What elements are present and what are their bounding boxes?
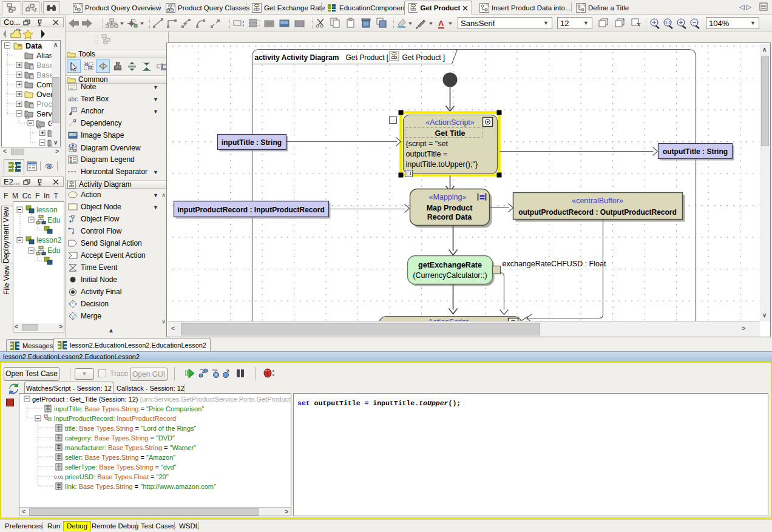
svg-text:link: Base Types.String = "htt: link: Base Types.String = "http://www.am… [65,483,216,490]
svg-text:seller: Base Types.String = "A: seller: Base Types.String = "Amazon" [65,454,175,461]
svg-text:1:1: 1:1 [665,21,671,25]
svg-text:Record Data: Record Data [427,213,473,221]
svg-text:Get Product [: Get Product [ [346,53,389,62]
svg-text:Servi: Servi [36,110,52,118]
svg-text:inputTitle: Base Types.String: inputTitle: Base Types.String = "Price C… [54,405,204,412]
svg-text:0.01: 0.01 [54,474,64,480]
svg-text:Get Product ]: Get Product ] [402,53,445,62]
svg-text:⋯: ⋯ [391,118,396,124]
svg-text:getExchangeRate: getExchangeRate [418,261,482,269]
svg-text:title: Base Types.String = "Lo: title: Base Types.String = "Lord of the … [65,425,197,432]
svg-text:exchangeRateCHFUSD : Float: exchangeRateCHFUSD : Float [503,260,606,268]
svg-text:sellerType: Base Types.String: sellerType: Base Types.String = "dvd" [65,463,177,471]
svg-text:activity Activity Diagram: activity Activity Diagram [255,53,339,62]
svg-text:2: 2 [13,164,16,170]
svg-text:Base: Base [36,71,52,79]
svg-text:Edu: Edu [47,246,60,255]
svg-text:«centralBuffer»: «centralBuffer» [572,197,623,205]
svg-text:priceUSD: Base Types.Float = ": priceUSD: Base Types.Float = "20" [65,473,169,480]
svg-text:A: A [438,19,444,28]
svg-text:outputTitle : String: outputTitle : String [663,147,728,156]
svg-text:Comp: Comp [36,81,52,89]
svg-text:Over: Over [36,90,52,99]
svg-text:Base: Base [36,61,52,70]
svg-text:Map Product: Map Product [427,204,473,212]
svg-text:inputTitle.toUpper();"}: inputTitle.toUpper();"} [406,160,478,169]
svg-text:«ActionScript»: «ActionScript» [425,118,475,127]
svg-text:Proce: Proce [36,100,52,109]
svg-text:category: Base Types.String =: category: Base Types.String = "DVD" [65,434,175,442]
svg-text:Alias: Alias [36,52,52,60]
svg-text:lesson: lesson [36,206,58,214]
svg-text:«Mapping»: «Mapping» [429,193,467,201]
svg-text:{script = "set: {script = "set [406,140,449,148]
svg-text:Get Title: Get Title [435,129,466,138]
svg-text:Data: Data [25,42,42,50]
svg-text:(CurrencyCalculator::): (CurrencyCalculator::) [413,271,487,280]
svg-text:inputTitle : String: inputTitle : String [222,138,282,147]
svg-text:manufacturer: Base Types.Strin: manufacturer: Base Types.String = "Warne… [65,444,196,451]
svg-text:inputProductRecord: InputProdu: inputProductRecord: InputProductRecord [54,415,176,422]
svg-text:Edu: Edu [47,216,60,224]
svg-text:getProduct : Get_Title (Sessio: getProduct : Get_Title (Session: 12) (ur… [32,396,291,403]
svg-text:«ActionScript»: «ActionScript» [424,318,473,322]
svg-text:outputTitle =: outputTitle = [406,150,448,158]
svg-text:lesson2: lesson2 [36,236,62,244]
svg-text:outputProductRecord : OutputPr: outputProductRecord : OutputProductRecor… [518,208,677,217]
svg-text:↺: ↺ [33,7,36,13]
svg-text:inputProductRecord : InputProd: inputProductRecord : InputProductRecord [177,206,325,214]
